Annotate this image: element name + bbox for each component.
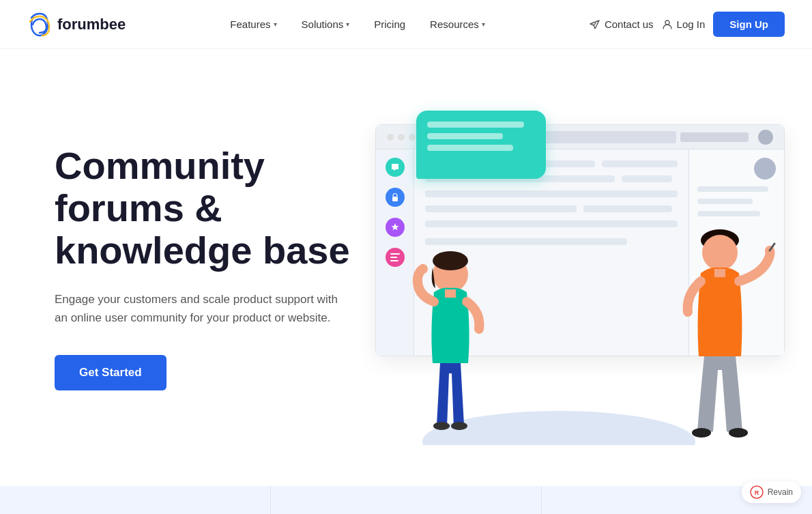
svg-point-10 (451, 422, 467, 430)
sidebar-icon-star (386, 218, 405, 237)
nav-features[interactable]: Features ▾ (220, 13, 286, 35)
browser-row-3 (425, 190, 678, 197)
svg-point-13 (702, 235, 738, 270)
svg-point-11 (419, 264, 426, 271)
resources-chevron-icon: ▾ (482, 20, 485, 28)
svg-point-9 (433, 422, 450, 430)
svg-rect-3 (390, 253, 400, 255)
sidebar-icon-list (386, 248, 405, 267)
browser-dot-3 (409, 134, 416, 141)
browser-menu-bar (680, 132, 749, 142)
svg-rect-5 (390, 260, 398, 261)
hero-subtitle: Engage your customers and scale product … (55, 290, 341, 327)
browser-dot-1 (387, 134, 394, 141)
card-client-success: Client Success (271, 486, 542, 514)
logo-text: forumbee (57, 16, 126, 33)
hero-illustration (382, 97, 785, 438)
solutions-chevron-icon: ▾ (346, 20, 349, 28)
nav-solutions[interactable]: Solutions ▾ (292, 13, 360, 35)
browser-avatar (758, 130, 773, 145)
svg-text:R: R (754, 489, 759, 496)
hero-text-block: Community forums & knowledge base Engage… (55, 145, 382, 390)
sidebar-icon-chat (386, 158, 405, 177)
browser-dot-2 (398, 134, 405, 141)
chat-bubble (416, 111, 546, 179)
hero-section: Community forums & knowledge base Engage… (0, 49, 812, 445)
nav-signup-button[interactable]: Sign Up (713, 12, 785, 37)
svg-rect-4 (390, 257, 397, 258)
navbar: forumbee Features ▾ Solutions ▾ Pricing … (0, 0, 812, 49)
revain-logo-icon: R (750, 485, 764, 499)
features-chevron-icon: ▾ (274, 20, 277, 28)
revain-text: Revain (768, 487, 793, 497)
svg-rect-14 (714, 269, 725, 277)
svg-point-7 (433, 251, 468, 270)
svg-point-17 (729, 428, 748, 438)
hero-cta-button[interactable]: Get Started (55, 355, 166, 390)
hero-title: Community forums & knowledge base (55, 145, 382, 271)
person-left-illustration (403, 240, 498, 445)
svg-point-1 (665, 20, 669, 25)
card-customer-support: Customer Support (0, 486, 271, 514)
nav-actions: Contact us Log In Sign Up (590, 12, 785, 37)
person-right-illustration (662, 213, 778, 445)
nav-resources[interactable]: Resources ▾ (420, 13, 495, 35)
contact-icon (590, 19, 600, 30)
svg-rect-8 (445, 289, 456, 298)
svg-rect-2 (392, 197, 398, 201)
svg-point-16 (692, 428, 711, 438)
nav-pricing[interactable]: Pricing (364, 13, 415, 35)
browser-user-avatar (754, 158, 776, 180)
browser-row-5 (425, 220, 678, 227)
cards-section: Customer Support Client Success (0, 486, 812, 514)
nav-login-link[interactable]: Log In (662, 18, 706, 30)
nav-links: Features ▾ Solutions ▾ Pricing Resources… (220, 13, 494, 35)
logo-link[interactable]: forumbee (27, 12, 126, 37)
browser-row-4 (425, 205, 678, 212)
sidebar-icon-lock (386, 188, 405, 207)
login-person-icon (662, 19, 673, 30)
revain-badge: R Revain (742, 481, 801, 503)
logo-icon (27, 12, 52, 37)
nav-contact-link[interactable]: Contact us (590, 18, 654, 30)
